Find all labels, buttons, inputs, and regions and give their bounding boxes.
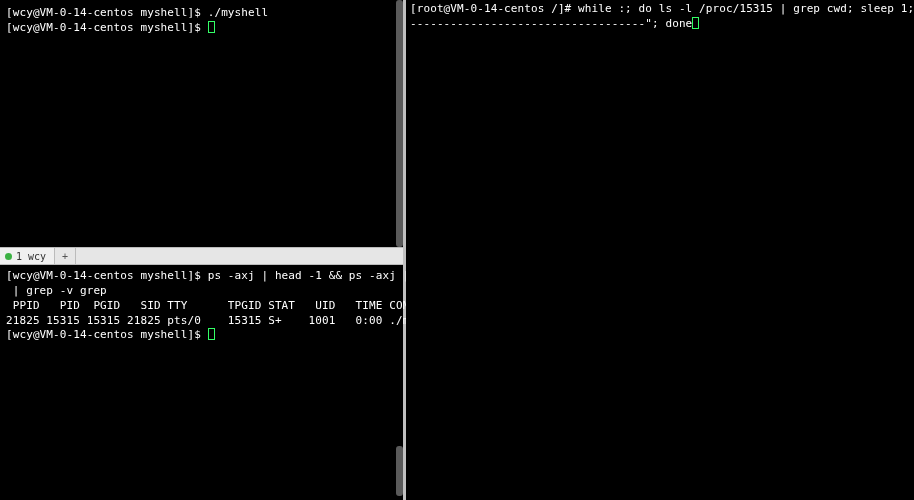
terminal-line: 21825 15315 15315 21825 pts/0 15315 S+ 1… [6, 314, 397, 329]
cursor-icon [208, 328, 215, 340]
tab-wcy[interactable]: 1 wcy [0, 248, 55, 264]
tab-add-button[interactable]: + [55, 248, 76, 264]
scrollbar-thumb[interactable] [396, 0, 403, 247]
scrollbar-vertical[interactable] [395, 265, 403, 500]
scrollbar-thumb[interactable] [396, 446, 403, 496]
tab-label: 1 wcy [16, 251, 46, 262]
terminal-line: [wcy@VM-0-14-centos myshell]$ ./myshell [6, 6, 397, 21]
terminal-line: | grep -v grep [6, 284, 397, 299]
terminal-line: [root@VM-0-14-centos /]# while :; do ls … [410, 2, 914, 17]
terminal-line: PPID PID PGID SID TTY TPGID STAT UID TIM… [6, 299, 397, 314]
terminal-line: [wcy@VM-0-14-centos myshell]$ [6, 21, 397, 36]
status-dot-icon [5, 253, 12, 260]
tab-bar: 1 wcy + [0, 247, 403, 265]
terminal-line: -----------------------------------"; do… [410, 17, 914, 32]
plus-icon: + [62, 251, 68, 262]
terminal-line: [wcy@VM-0-14-centos myshell]$ ps -axj | … [6, 269, 397, 284]
terminal-line: [wcy@VM-0-14-centos myshell]$ [6, 328, 397, 343]
shell-prompt: [wcy@VM-0-14-centos myshell]$ [6, 328, 208, 341]
shell-prompt: [wcy@VM-0-14-centos myshell]$ [6, 21, 208, 34]
cursor-icon [692, 17, 699, 29]
shell-prompt: [wcy@VM-0-14-centos myshell]$ [6, 6, 208, 19]
shell-command-cont: -----------------------------------"; do… [410, 17, 692, 30]
scrollbar-vertical[interactable] [395, 0, 403, 247]
terminal-pane-top[interactable]: [wcy@VM-0-14-centos myshell]$ ./myshell … [0, 0, 403, 247]
terminal-pane-bottom[interactable]: [wcy@VM-0-14-centos myshell]$ ps -axj | … [0, 265, 403, 500]
cursor-icon [208, 21, 215, 33]
left-column: [wcy@VM-0-14-centos myshell]$ ./myshell … [0, 0, 406, 500]
shell-command: ./myshell [208, 6, 269, 19]
terminal-pane-right[interactable]: [root@VM-0-14-centos /]# while :; do ls … [406, 0, 914, 500]
